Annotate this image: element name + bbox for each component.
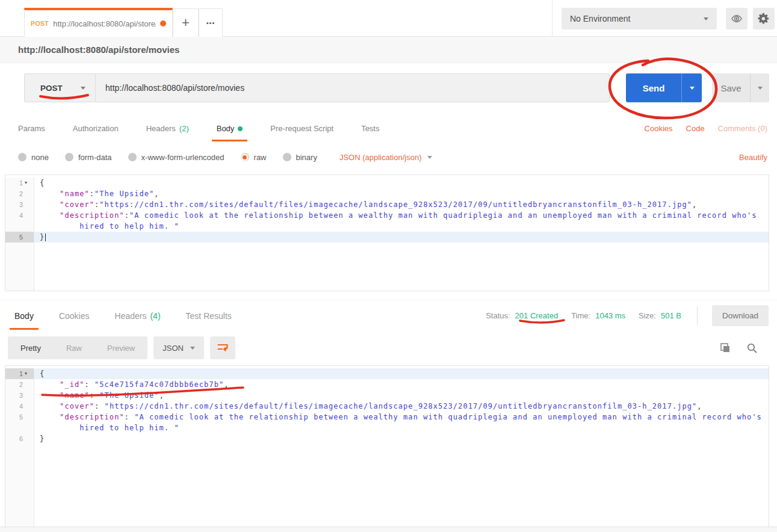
http-method-label: POST	[40, 84, 63, 93]
send-options-button[interactable]	[681, 73, 702, 102]
view-preview-button[interactable]: Preview	[94, 344, 147, 353]
response-tab-headers[interactable]: Headers (4)	[110, 300, 166, 331]
environment-select[interactable]: No Environment	[562, 8, 717, 29]
request-tab[interactable]: POST http://localhost:8080/api/store/	[24, 8, 173, 37]
response-headers-count-badge: (4)	[150, 311, 160, 321]
request-url-value: http://localhost:8080/api/store/movies	[105, 83, 244, 93]
fold-caret-icon[interactable]: ▾	[25, 181, 30, 185]
response-tab-body[interactable]: Body	[10, 300, 39, 331]
http-method-select[interactable]: POST	[24, 73, 95, 102]
view-pretty-button[interactable]: Pretty	[8, 344, 54, 353]
radio-x-www-form-urlencoded[interactable]: x-www-form-urlencoded	[128, 153, 224, 162]
time-value: 1043 ms	[595, 311, 625, 320]
save-options-button[interactable]	[750, 73, 769, 102]
comments-link[interactable]: Comments (0)	[718, 124, 767, 133]
send-button-group: Send	[626, 73, 702, 102]
request-url-input[interactable]: http://localhost:8080/api/store/movies	[95, 73, 610, 102]
response-tab-body-label: Body	[14, 311, 34, 321]
radio-icon	[283, 153, 291, 161]
beautify-link[interactable]: Beautify	[739, 153, 777, 162]
content-type-label: JSON (application/json)	[339, 153, 422, 162]
content-type-select[interactable]: JSON (application/json)	[339, 153, 433, 162]
request-tabs-right: Cookies Code Comments (0)	[645, 114, 777, 143]
editor-line[interactable]: 3 "cover":"https://cdn1.thr.com/sites/de…	[5, 199, 769, 210]
response-toolbar-right	[720, 342, 777, 354]
cookies-link[interactable]: Cookies	[645, 124, 673, 133]
line-number-gutter	[5, 221, 34, 232]
unsaved-changes-dot-icon	[160, 20, 166, 26]
save-button-group: Save	[712, 73, 769, 102]
line-number-gutter: 4	[5, 210, 34, 221]
response-tab-cookies[interactable]: Cookies	[54, 300, 94, 331]
editor-empty-area[interactable]	[5, 444, 769, 527]
editor-line[interactable]: 2 "name":"The Upside",	[5, 188, 769, 199]
line-number-gutter: 3	[5, 199, 34, 210]
response-body-editor[interactable]: 1▾{2 "_id": "5c4e715fa74c07dbbb6ecb7b",3…	[5, 365, 769, 527]
tab-pre-request-script[interactable]: Pre-request Script	[265, 114, 338, 143]
size-label: Size:	[639, 311, 656, 320]
tab-body-label: Body	[217, 124, 235, 133]
tab-bar: POST http://localhost:8080/api/store/ + …	[0, 0, 777, 37]
download-button[interactable]: Download	[712, 305, 769, 326]
editor-line[interactable]: 6}	[5, 433, 769, 444]
response-tabs: Body Cookies Headers (4) Test Results St…	[0, 300, 777, 331]
response-view-switch: Pretty Raw Preview	[8, 336, 147, 359]
editor-line[interactable]: 4 "description":"A comedic look at the r…	[5, 210, 769, 221]
environment-quick-look-button[interactable]	[726, 8, 748, 29]
tabbar-separator	[552, 0, 553, 37]
body-filled-dot-icon	[238, 126, 243, 131]
save-button[interactable]: Save	[712, 73, 750, 102]
headers-count-badge: (2)	[179, 124, 189, 133]
editor-line[interactable]: 1▾{	[5, 178, 769, 188]
line-number-gutter: 1▾	[5, 178, 34, 188]
editor-line[interactable]: 1▾{	[5, 368, 769, 379]
request-tabs: Params Authorization Headers (2) Body Pr…	[0, 114, 777, 143]
editor-line[interactable]: 4 "cover": "https://cdn1.thr.com/sites/d…	[5, 401, 769, 412]
line-number-gutter: 4	[5, 401, 34, 412]
request-body-editor[interactable]: 1▾{2 "name":"The Upside",3 "cover":"http…	[5, 175, 769, 291]
editor-line[interactable]: hired to help him. "	[5, 422, 769, 433]
line-number-gutter: 5	[5, 412, 34, 422]
divider	[697, 307, 698, 325]
wrap-text-icon	[217, 342, 229, 353]
radio-binary[interactable]: binary	[283, 153, 317, 162]
request-title-row: http://localhost:8080/api/store/movies	[0, 37, 777, 63]
response-status-group: Status: 201 Created Time: 1043 ms Size: …	[486, 300, 777, 331]
tab-params[interactable]: Params	[13, 114, 50, 143]
radio-none[interactable]: none	[18, 153, 49, 162]
radio-raw[interactable]: raw	[241, 153, 267, 162]
editor-line[interactable]: 3 "name": "The Upside",	[5, 390, 769, 401]
view-raw-button[interactable]: Raw	[54, 344, 94, 353]
radio-icon	[65, 153, 73, 161]
tab-body[interactable]: Body	[212, 114, 248, 143]
response-tab-headers-label: Headers	[115, 311, 147, 321]
response-tab-test-results[interactable]: Test Results	[181, 300, 237, 331]
new-tab-button[interactable]: +	[173, 8, 199, 37]
send-button[interactable]: Send	[626, 73, 681, 102]
tab-headers[interactable]: Headers (2)	[141, 114, 194, 143]
editor-line[interactable]: hired to help him. "	[5, 221, 769, 232]
more-tabs-button[interactable]: •••	[199, 8, 223, 37]
editor-empty-area[interactable]	[5, 243, 769, 291]
tab-authorization[interactable]: Authorization	[68, 114, 123, 143]
editor-line[interactable]: 5 "description": "A comedic look at the …	[5, 412, 769, 422]
tab-tests[interactable]: Tests	[356, 114, 384, 143]
tab-headers-label: Headers	[146, 124, 176, 133]
fold-caret-icon[interactable]: ▾	[25, 371, 30, 376]
editor-line[interactable]: 5}	[5, 232, 769, 243]
copy-response-button[interactable]	[720, 342, 731, 353]
search-response-button[interactable]	[746, 342, 758, 354]
chevron-down-icon	[758, 87, 763, 90]
size-value: 501 B	[661, 311, 681, 320]
settings-button[interactable]	[753, 8, 775, 29]
radio-form-data[interactable]: form-data	[65, 153, 112, 162]
response-format-select[interactable]: JSON	[153, 336, 204, 359]
chevron-down-icon	[704, 17, 708, 20]
time-label: Time:	[571, 311, 590, 320]
code-link[interactable]: Code	[686, 124, 705, 133]
line-number-gutter: 3	[5, 390, 34, 401]
chevron-down-icon	[81, 87, 85, 90]
wrap-text-button[interactable]	[210, 336, 235, 359]
editor-line[interactable]: 2 "_id": "5c4e715fa74c07dbbb6ecb7b",	[5, 379, 769, 390]
line-number-gutter: 6	[5, 433, 34, 444]
